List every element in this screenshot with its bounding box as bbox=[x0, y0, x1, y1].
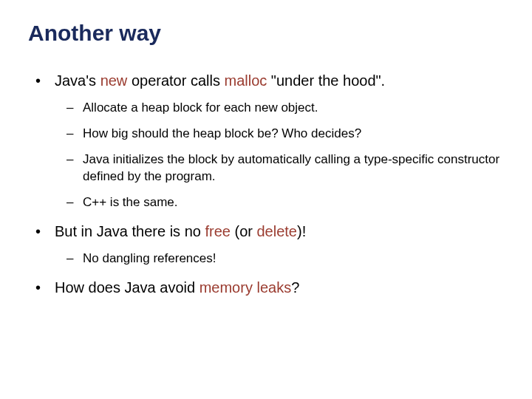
keyword: malloc bbox=[225, 72, 267, 89]
list-item: How does Java avoid memory leaks? bbox=[35, 278, 504, 298]
text: ? bbox=[291, 279, 299, 296]
text: Java's bbox=[55, 72, 100, 89]
text: "under the hood". bbox=[267, 72, 385, 89]
keyword: new bbox=[100, 72, 128, 89]
list-item: Java's new operator calls malloc "under … bbox=[35, 71, 504, 211]
keyword: free bbox=[205, 223, 230, 239]
text: How does Java avoid bbox=[55, 279, 200, 296]
bullet-list: Java's new operator calls malloc "under … bbox=[28, 71, 504, 298]
text: But in Java there is no bbox=[55, 223, 205, 239]
keyword: delete bbox=[256, 223, 297, 239]
list-item: Allocate a heap block for each new objec… bbox=[66, 100, 504, 117]
sub-list: Allocate a heap block for each new objec… bbox=[55, 100, 504, 211]
list-item: But in Java there is no free (or delete)… bbox=[35, 222, 504, 267]
keyword: memory leaks bbox=[200, 279, 291, 296]
list-item: Java initializes the block by automatica… bbox=[66, 151, 504, 185]
text: (or bbox=[231, 223, 257, 239]
slide-title: Another way bbox=[28, 21, 504, 46]
text: )! bbox=[297, 223, 306, 239]
list-item: C++ is the same. bbox=[66, 194, 504, 211]
list-item: No dangling references! bbox=[66, 250, 504, 267]
sub-list: No dangling references! bbox=[55, 250, 504, 267]
list-item: How big should the heap block be? Who de… bbox=[66, 126, 504, 143]
text: operator calls bbox=[127, 72, 224, 89]
